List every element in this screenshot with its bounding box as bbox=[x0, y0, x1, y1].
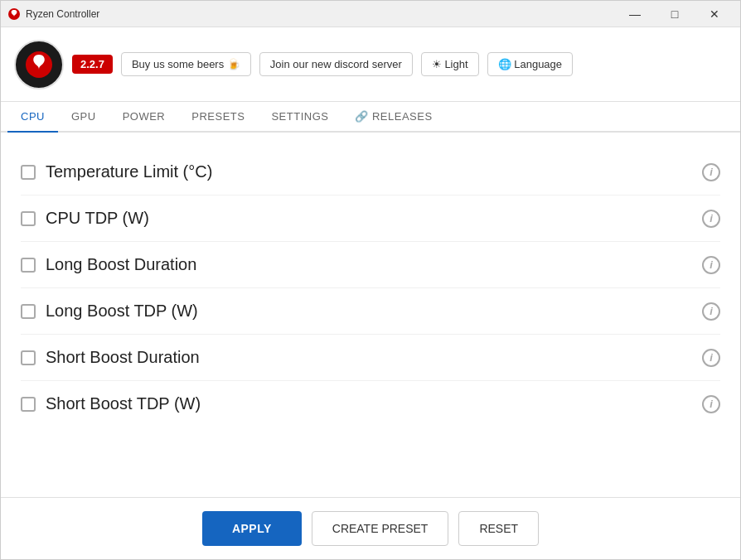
checkbox-long-boost-duration[interactable] bbox=[21, 258, 36, 273]
tab-cpu[interactable]: CPU bbox=[7, 102, 58, 133]
close-button[interactable]: ✕ bbox=[695, 2, 734, 26]
setting-row-temp-limit: Temperature Limit (°C) i bbox=[21, 149, 720, 196]
tab-gpu[interactable]: GPU bbox=[58, 102, 109, 133]
tab-settings[interactable]: SETTINGS bbox=[258, 102, 341, 133]
window-title: Ryzen Controller bbox=[26, 8, 616, 20]
minimize-button[interactable]: — bbox=[616, 2, 654, 26]
app-header: 2.2.7 Buy us some beers 🍺 Join our new d… bbox=[1, 27, 740, 102]
label-short-boost-tdp: Short Boost TDP (W) bbox=[46, 394, 692, 413]
tab-releases[interactable]: 🔗 RELEASES bbox=[341, 102, 445, 133]
discord-button[interactable]: Join our new discord server bbox=[259, 52, 413, 76]
label-temp-limit: Temperature Limit (°C) bbox=[46, 162, 692, 181]
setting-row-long-boost-duration: Long Boost Duration i bbox=[21, 242, 720, 288]
info-icon-long-boost-tdp[interactable]: i bbox=[702, 302, 720, 321]
checkbox-short-boost-duration[interactable] bbox=[21, 350, 36, 365]
beer-button[interactable]: Buy us some beers 🍺 bbox=[121, 52, 251, 76]
title-bar: Ryzen Controller — □ ✕ bbox=[1, 1, 740, 27]
info-icon-long-boost-duration[interactable]: i bbox=[702, 256, 720, 274]
apply-button[interactable]: APPLY bbox=[202, 511, 302, 546]
label-long-boost-duration: Long Boost Duration bbox=[46, 255, 692, 274]
checkbox-short-boost-tdp[interactable] bbox=[21, 397, 36, 412]
info-icon-short-boost-tdp[interactable]: i bbox=[702, 395, 720, 413]
nav-tabs: CPU GPU POWER PRESETS SETTINGS 🔗 RELEASE… bbox=[1, 102, 740, 133]
app-icon bbox=[7, 7, 21, 21]
checkbox-temp-limit[interactable] bbox=[21, 165, 36, 180]
setting-row-short-boost-tdp: Short Boost TDP (W) i bbox=[21, 381, 720, 427]
releases-label: RELEASES bbox=[372, 110, 433, 123]
checkbox-cpu-tdp[interactable] bbox=[21, 211, 36, 226]
reset-button[interactable]: RESET bbox=[458, 511, 539, 546]
info-icon-short-boost-duration[interactable]: i bbox=[702, 349, 720, 367]
info-icon-cpu-tdp[interactable]: i bbox=[702, 210, 720, 228]
label-cpu-tdp: CPU TDP (W) bbox=[46, 209, 692, 228]
link-icon: 🔗 bbox=[355, 110, 369, 123]
tab-power[interactable]: POWER bbox=[109, 102, 179, 133]
label-long-boost-tdp: Long Boost TDP (W) bbox=[46, 302, 692, 321]
info-icon-temp-limit[interactable]: i bbox=[702, 163, 720, 181]
create-preset-button[interactable]: CREATE PRESET bbox=[312, 511, 449, 546]
light-mode-button[interactable]: ☀ Light bbox=[421, 52, 479, 76]
maximize-button[interactable]: □ bbox=[656, 2, 694, 26]
setting-row-long-boost-tdp: Long Boost TDP (W) i bbox=[21, 288, 720, 335]
tab-presets[interactable]: PRESETS bbox=[178, 102, 258, 133]
setting-row-cpu-tdp: CPU TDP (W) i bbox=[21, 196, 720, 242]
label-short-boost-duration: Short Boost Duration bbox=[46, 348, 692, 367]
version-badge: 2.2.7 bbox=[72, 55, 113, 74]
language-button[interactable]: 🌐 Language bbox=[487, 52, 573, 76]
app-logo bbox=[14, 40, 64, 89]
main-content: Temperature Limit (°C) i CPU TDP (W) i L… bbox=[1, 133, 740, 497]
checkbox-long-boost-tdp[interactable] bbox=[21, 304, 36, 319]
window-controls: — □ ✕ bbox=[616, 2, 734, 26]
footer: APPLY CREATE PRESET RESET bbox=[1, 497, 740, 559]
setting-row-short-boost-duration: Short Boost Duration i bbox=[21, 335, 720, 381]
